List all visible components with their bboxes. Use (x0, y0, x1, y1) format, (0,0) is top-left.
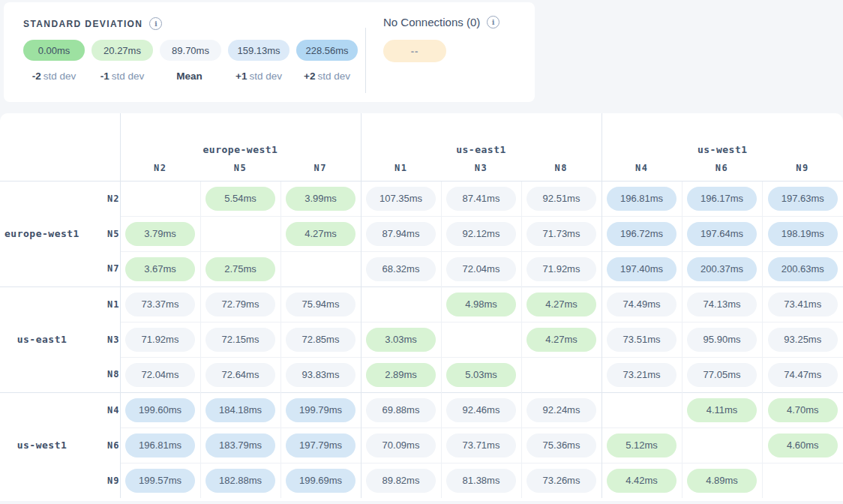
latency-pill[interactable]: 200.37ms (687, 257, 757, 281)
latency-cell[interactable]: 4.27ms (521, 286, 602, 322)
latency-pill[interactable]: 199.69ms (286, 469, 356, 493)
latency-cell[interactable]: 4.89ms (682, 463, 762, 498)
latency-pill[interactable]: 3.03ms (366, 328, 436, 352)
latency-pill[interactable]: 72.04ms (125, 363, 195, 387)
latency-pill[interactable]: 197.40ms (607, 257, 676, 281)
latency-cell[interactable]: 74.47ms (762, 357, 843, 392)
latency-cell[interactable]: 107.35ms (361, 181, 441, 216)
latency-pill[interactable]: 4.98ms (446, 292, 516, 316)
latency-pill[interactable]: 92.12ms (446, 222, 516, 246)
latency-cell[interactable]: 4.60ms (762, 428, 843, 463)
latency-cell[interactable]: 198.19ms (762, 216, 843, 251)
latency-pill[interactable]: 5.12ms (607, 434, 676, 458)
latency-cell[interactable]: 196.17ms (682, 181, 762, 216)
latency-cell[interactable]: 199.57ms (120, 463, 200, 498)
latency-cell[interactable]: 184.18ms (200, 392, 280, 428)
latency-cell[interactable]: 87.41ms (441, 181, 521, 216)
latency-cell[interactable]: 74.49ms (602, 286, 682, 322)
latency-pill[interactable]: 74.47ms (768, 363, 838, 387)
latency-pill[interactable]: 73.41ms (768, 292, 838, 316)
latency-cell[interactable]: 3.67ms (120, 251, 200, 286)
latency-pill[interactable]: 199.60ms (125, 398, 195, 422)
latency-pill[interactable]: 196.17ms (687, 187, 757, 211)
latency-pill[interactable]: 198.19ms (768, 222, 838, 246)
latency-pill[interactable]: 4.11ms (687, 398, 757, 422)
latency-pill[interactable]: 92.46ms (446, 398, 516, 422)
latency-pill[interactable]: 183.79ms (206, 434, 275, 458)
latency-pill[interactable]: 71.92ms (125, 328, 195, 352)
latency-pill[interactable]: 74.13ms (687, 292, 757, 316)
latency-pill[interactable]: 71.92ms (526, 257, 596, 281)
latency-cell[interactable]: 93.25ms (762, 322, 843, 357)
info-icon[interactable]: i (487, 16, 500, 28)
latency-pill[interactable]: 197.64ms (687, 222, 757, 246)
latency-cell[interactable]: 4.27ms (280, 216, 361, 251)
latency-pill[interactable]: 75.36ms (526, 434, 596, 458)
latency-cell[interactable]: 3.99ms (280, 181, 361, 216)
latency-cell[interactable]: 71.92ms (120, 322, 200, 357)
latency-cell[interactable]: 89.82ms (361, 463, 441, 498)
latency-cell[interactable]: 4.27ms (521, 322, 602, 357)
latency-cell[interactable]: 92.12ms (441, 216, 521, 251)
latency-pill[interactable]: 95.90ms (687, 328, 757, 352)
latency-cell[interactable]: 72.79ms (200, 286, 280, 322)
latency-pill[interactable]: 72.79ms (206, 292, 275, 316)
latency-cell[interactable]: 196.81ms (120, 428, 200, 463)
latency-cell[interactable]: 3.03ms (361, 322, 441, 357)
latency-cell[interactable]: 81.38ms (441, 463, 521, 498)
latency-pill[interactable]: 199.57ms (125, 469, 195, 493)
latency-pill[interactable]: 71.73ms (526, 222, 596, 246)
latency-cell[interactable]: 197.40ms (602, 251, 682, 286)
latency-pill[interactable]: 72.04ms (446, 257, 516, 281)
latency-cell[interactable]: 92.46ms (441, 392, 521, 428)
latency-cell[interactable]: 73.26ms (521, 463, 602, 498)
latency-cell[interactable]: 72.04ms (120, 357, 200, 392)
latency-cell[interactable]: 2.89ms (361, 357, 441, 392)
latency-pill[interactable]: 4.70ms (768, 398, 838, 422)
latency-pill[interactable]: 4.27ms (286, 222, 356, 246)
latency-pill[interactable]: 4.27ms (526, 328, 596, 352)
latency-cell[interactable]: 95.90ms (682, 322, 762, 357)
latency-cell[interactable]: 199.79ms (280, 392, 361, 428)
latency-cell[interactable]: 197.79ms (280, 428, 361, 463)
latency-cell[interactable]: 197.63ms (762, 181, 843, 216)
latency-pill[interactable]: 87.94ms (366, 222, 436, 246)
latency-cell[interactable]: 92.51ms (521, 181, 602, 216)
latency-cell[interactable]: 73.51ms (602, 322, 682, 357)
latency-cell[interactable]: 183.79ms (200, 428, 280, 463)
latency-cell[interactable]: 87.94ms (361, 216, 441, 251)
latency-pill[interactable]: 68.32ms (366, 257, 436, 281)
latency-cell[interactable]: 4.42ms (602, 463, 682, 498)
latency-cell[interactable]: 200.63ms (762, 251, 843, 286)
latency-cell[interactable]: 71.73ms (521, 216, 602, 251)
latency-cell[interactable]: 69.88ms (361, 392, 441, 428)
latency-pill[interactable]: 196.81ms (607, 187, 676, 211)
latency-pill[interactable]: 3.99ms (286, 187, 356, 211)
latency-cell[interactable]: 197.64ms (682, 216, 762, 251)
latency-pill[interactable]: 73.21ms (607, 363, 676, 387)
latency-cell[interactable]: 70.09ms (361, 428, 441, 463)
latency-cell[interactable]: 72.04ms (441, 251, 521, 286)
latency-pill[interactable]: 197.63ms (768, 187, 838, 211)
latency-pill[interactable]: 182.88ms (206, 469, 275, 493)
latency-pill[interactable]: 2.89ms (366, 363, 436, 387)
latency-cell[interactable]: 77.05ms (682, 357, 762, 392)
latency-cell[interactable]: 199.69ms (280, 463, 361, 498)
latency-pill[interactable]: 70.09ms (366, 434, 436, 458)
latency-cell[interactable]: 71.92ms (521, 251, 602, 286)
latency-pill[interactable]: 73.51ms (607, 328, 676, 352)
latency-cell[interactable]: 68.32ms (361, 251, 441, 286)
latency-pill[interactable]: 107.35ms (366, 187, 436, 211)
latency-cell[interactable]: 75.36ms (521, 428, 602, 463)
latency-pill[interactable]: 93.83ms (286, 363, 356, 387)
latency-cell[interactable]: 200.37ms (682, 251, 762, 286)
latency-cell[interactable]: 5.03ms (441, 357, 521, 392)
latency-cell[interactable]: 72.64ms (200, 357, 280, 392)
latency-pill[interactable]: 73.37ms (125, 292, 195, 316)
latency-cell[interactable]: 74.13ms (682, 286, 762, 322)
latency-cell[interactable]: 93.83ms (280, 357, 361, 392)
latency-pill[interactable]: 72.64ms (206, 363, 275, 387)
latency-pill[interactable]: 196.81ms (125, 434, 195, 458)
latency-pill[interactable]: 92.24ms (526, 398, 596, 422)
latency-pill[interactable]: 4.89ms (687, 469, 757, 493)
